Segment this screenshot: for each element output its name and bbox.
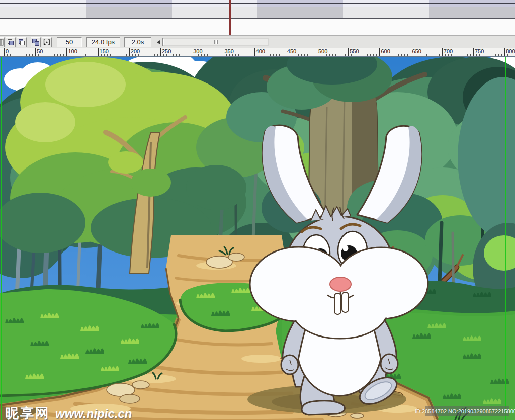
elapsed-time-field: 2.0s <box>124 37 151 47</box>
scrollbar-grip <box>214 40 215 44</box>
stage-canvas[interactable]: 昵享网www.nipic.cn ID:28584702 NO:201903290… <box>0 57 515 420</box>
onion-skin-outlines-button[interactable] <box>17 37 27 47</box>
ruler-label: 150 <box>100 48 109 54</box>
stage-ruler[interactable]: 0501001502002503003504004505005506006507… <box>0 48 515 57</box>
modify-onion-markers-button[interactable] <box>42 37 52 47</box>
ruler-label: 700 <box>444 48 453 54</box>
ruler-major-tick <box>411 48 411 56</box>
timeline-playhead[interactable] <box>229 0 231 35</box>
ruler-label: 300 <box>193 48 202 54</box>
ruler-label: 750 <box>475 48 484 54</box>
ruler-major-tick <box>192 48 192 56</box>
ruler-label: 650 <box>412 48 421 54</box>
ruler-label: 600 <box>381 48 390 54</box>
watermark-id-text: ID:28584702 NO:20190329085722158000 <box>415 408 515 414</box>
ruler-label: 200 <box>131 48 140 54</box>
ruler-major-tick <box>4 48 5 56</box>
modify-onion-markers-icon <box>43 38 51 46</box>
ruler-label: 250 <box>162 48 171 54</box>
onion-skin-button[interactable] <box>6 37 16 47</box>
timeline-status-toolbar: 50 24.0 fps 2.0s <box>0 35 515 48</box>
ruler-major-tick <box>223 48 223 56</box>
ruler-label: 450 <box>287 48 296 54</box>
ruler-major-tick <box>254 48 255 56</box>
ruler-label: 100 <box>68 48 77 54</box>
flash-editor-window: 50 24.0 fps 2.0s 05010015020025030035040… <box>0 0 515 420</box>
ruler-major-tick <box>504 48 505 56</box>
ruler-major-tick <box>348 48 349 56</box>
forest-scene <box>0 57 515 420</box>
watermark-site-name: 昵享网 <box>5 406 50 420</box>
ruler-major-tick <box>98 48 99 56</box>
ruler-major-tick <box>35 48 36 56</box>
onion-skin-outlines-icon <box>18 38 26 46</box>
ruler-label: 50 <box>37 48 43 54</box>
edit-multiple-frames-button[interactable] <box>31 37 41 47</box>
scrollbar-grip <box>216 40 216 44</box>
ruler-major-tick <box>442 48 443 56</box>
stage-guide-left <box>1 57 2 420</box>
scroll-left-arrow-icon <box>157 40 160 44</box>
ruler-major-tick <box>379 48 380 56</box>
ruler-label: 500 <box>318 48 327 54</box>
onion-skin-icon <box>7 38 15 46</box>
scroll-left-button[interactable] <box>154 38 162 47</box>
current-frame-field[interactable]: 50 <box>57 37 82 47</box>
ruler-major-tick <box>317 48 317 56</box>
watermark-site-url: www.nipic.cn <box>55 407 132 420</box>
watermark-site: 昵享网www.nipic.cn <box>5 404 132 420</box>
timeline-scrollbar-thumb[interactable] <box>163 39 268 45</box>
ruler-major-tick <box>473 48 474 56</box>
ruler-major-tick <box>286 48 286 56</box>
ruler-label: 800 <box>506 48 515 54</box>
ruler-label: 400 <box>256 48 265 54</box>
ruler-label: 0 <box>6 48 9 54</box>
ruler-major-tick <box>160 48 161 56</box>
center-frame-icon <box>0 38 4 46</box>
watermark-id-badge: ID:28584702 NO:20190329085722158000 <box>425 406 509 416</box>
ruler-major-tick <box>66 48 67 56</box>
ruler-label: 550 <box>350 48 359 54</box>
edit-multiple-frames-icon <box>32 38 40 46</box>
timeline-scrollbar[interactable] <box>162 38 269 46</box>
center-frame-button[interactable] <box>0 37 5 47</box>
timeline-lower-area <box>0 19 515 35</box>
scrollbar-grip <box>217 40 218 44</box>
ruler-major-tick <box>129 48 130 56</box>
stage-guide-right <box>505 57 506 420</box>
timeline-empty-frames-area[interactable] <box>0 7 515 18</box>
timeline-frames-area[interactable] <box>0 0 515 35</box>
rabbit-nose <box>330 277 351 291</box>
ruler-label: 350 <box>224 48 233 54</box>
frame-rate-field[interactable]: 24.0 fps <box>86 37 120 47</box>
